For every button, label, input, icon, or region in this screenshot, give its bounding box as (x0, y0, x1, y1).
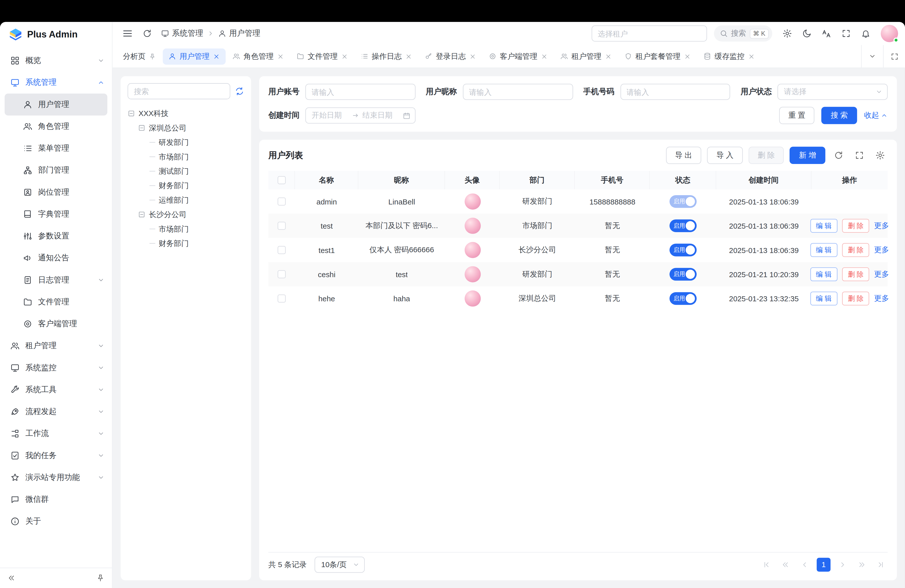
sidebar-item-user-management[interactable]: 用户管理 (5, 94, 107, 116)
back-pages-button[interactable] (778, 558, 792, 571)
global-search-button[interactable]: 搜索 ⌘ K (714, 25, 772, 41)
sidebar-item-wechat-group[interactable]: 微信群 (0, 488, 112, 510)
collapse-sidebar-button[interactable] (8, 574, 16, 582)
edit-button[interactable]: 编 辑 (810, 291, 838, 305)
delete-row-button[interactable]: 删 除 (842, 219, 870, 233)
sidebar-item-tenant-management[interactable]: 租户管理 (0, 335, 112, 357)
close-icon[interactable] (469, 53, 476, 60)
tab-client-management[interactable]: 客户端管理 (483, 48, 554, 64)
fullscreen-button[interactable] (838, 25, 854, 41)
tree-node-leaf[interactable]: 市场部门 (127, 149, 244, 164)
tree-refresh-button[interactable] (235, 86, 244, 96)
sidebar-item-param-settings[interactable]: 参数设置 (0, 225, 112, 247)
tree-node-leaf[interactable]: 研发部门 (127, 135, 244, 149)
close-icon[interactable] (213, 53, 220, 60)
sidebar-item-notice[interactable]: 通知公告 (0, 247, 112, 269)
table-refresh-button[interactable] (831, 148, 846, 163)
tree-node-leaf[interactable]: 财务部门 (127, 178, 244, 193)
delete-row-button[interactable]: 删 除 (842, 267, 870, 281)
account-input[interactable] (305, 84, 416, 100)
tab-role-management[interactable]: 角色管理 (227, 48, 290, 64)
refresh-page-button[interactable] (139, 25, 155, 41)
sidebar-item-my-tasks[interactable]: 我的任务 (0, 445, 112, 467)
sidebar-item-overview[interactable]: 概览 (0, 49, 112, 72)
more-button[interactable]: 更多 (874, 269, 889, 280)
breadcrumb-item-user[interactable]: 用户管理 (218, 28, 260, 38)
sidebar-item-menu-management[interactable]: 菜单管理 (0, 137, 112, 159)
tab-login-log[interactable]: 登录日志 (419, 48, 482, 64)
tree-node-leaf[interactable]: 市场部门 (127, 222, 244, 236)
edit-button[interactable]: 编 辑 (810, 267, 838, 281)
add-button[interactable]: 新 增 (790, 147, 825, 164)
collapse-node-icon[interactable] (127, 110, 135, 117)
tree-node-leaf[interactable]: 财务部门 (127, 236, 244, 251)
row-checkbox[interactable] (278, 270, 286, 278)
status-switch[interactable]: 启用 (670, 219, 697, 232)
close-icon[interactable] (541, 53, 548, 60)
collapse-filters-button[interactable]: 收起 (864, 110, 888, 121)
content-fullscreen-button[interactable] (883, 45, 905, 68)
import-button[interactable]: 导 入 (707, 147, 743, 164)
sidebar-item-dept-management[interactable]: 部门管理 (0, 159, 112, 181)
export-button[interactable]: 导 出 (666, 147, 701, 164)
sidebar-item-system-monitor[interactable]: 系统监控 (0, 357, 112, 379)
close-icon[interactable] (605, 53, 612, 60)
language-switch-button[interactable] (819, 25, 835, 41)
tab-tenant-management[interactable]: 租户管理 (554, 48, 618, 64)
status-switch[interactable]: 启用 (670, 292, 697, 305)
breadcrumb-item-system[interactable]: 系统管理 (161, 28, 203, 38)
sidebar-item-process-start[interactable]: 流程发起 (0, 400, 112, 423)
sidebar-item-client-management[interactable]: 客户端管理 (0, 313, 112, 335)
close-icon[interactable] (277, 53, 284, 60)
tree-node-leaf[interactable]: 运维部门 (127, 193, 244, 207)
tenant-select-input[interactable] (591, 25, 707, 41)
table-settings-button[interactable] (873, 148, 888, 163)
sidebar-item-about[interactable]: 关于 (0, 510, 112, 532)
current-page-button[interactable]: 1 (817, 558, 830, 571)
hamburger-menu-button[interactable] (119, 25, 135, 41)
edit-button[interactable]: 编 辑 (810, 243, 838, 257)
sidebar-item-demo-features[interactable]: 演示站专用功能 (0, 467, 112, 488)
tab-user-management[interactable]: 用户管理 (163, 48, 225, 64)
dark-mode-toggle[interactable] (799, 25, 815, 41)
row-checkbox[interactable] (278, 294, 286, 302)
phone-input[interactable] (620, 84, 730, 100)
edit-button[interactable]: 编 辑 (810, 219, 838, 233)
table-fullscreen-button[interactable] (852, 148, 867, 163)
app-logo[interactable]: Plus Admin (0, 22, 112, 47)
collapse-node-icon[interactable] (138, 124, 146, 132)
status-switch[interactable]: 启用 (670, 268, 697, 281)
tree-node-branch[interactable]: 深圳总公司 (127, 121, 244, 135)
close-icon[interactable] (341, 53, 348, 60)
sidebar-item-system-management[interactable]: 系统管理 (0, 72, 112, 94)
tab-analysis[interactable]: 分析页 (117, 48, 162, 64)
tab-tenant-package-management[interactable]: 租户套餐管理 (619, 48, 697, 64)
more-button[interactable]: 更多 (874, 221, 889, 231)
reset-button[interactable]: 重 置 (779, 107, 814, 124)
close-icon[interactable] (748, 53, 755, 60)
status-switch[interactable]: 启用 (670, 195, 697, 208)
prev-page-button[interactable] (798, 558, 811, 571)
tree-node-leaf[interactable]: 测试部门 (127, 164, 244, 178)
delete-row-button[interactable]: 删 除 (842, 243, 870, 257)
date-range-picker[interactable]: 开始日期 结束日期 (305, 107, 416, 124)
next-page-button[interactable] (836, 558, 849, 571)
tab-cache-monitor[interactable]: 缓存监控 (698, 48, 761, 64)
delete-row-button[interactable]: 删 除 (842, 291, 870, 305)
notifications-button[interactable] (858, 25, 874, 41)
settings-button[interactable] (779, 25, 795, 41)
sidebar-item-system-tools[interactable]: 系统工具 (0, 379, 112, 400)
status-select[interactable]: 请选择 (778, 84, 888, 100)
select-all-checkbox[interactable] (277, 176, 285, 184)
sidebar-item-file-management[interactable]: 文件管理 (0, 291, 112, 313)
row-checkbox[interactable] (278, 246, 286, 254)
tree-node-root[interactable]: XXX科技 (127, 106, 244, 121)
last-page-button[interactable] (874, 558, 888, 571)
row-checkbox[interactable] (278, 197, 286, 205)
tab-operation-log[interactable]: 操作日志 (355, 48, 418, 64)
more-button[interactable]: 更多 (874, 245, 889, 255)
status-switch[interactable]: 启用 (670, 244, 697, 256)
more-button[interactable]: 更多 (874, 293, 889, 304)
first-page-button[interactable] (759, 558, 773, 571)
row-checkbox[interactable] (278, 222, 286, 230)
